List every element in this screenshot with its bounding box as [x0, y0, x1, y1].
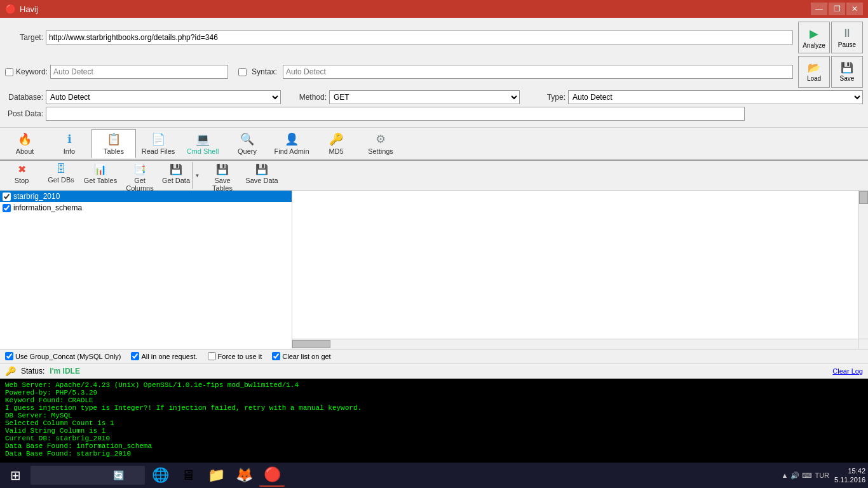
db-name-information-schema: information_schema [13, 203, 82, 212]
sys-tray: ▲ 🔊 ⌨ TUR [782, 471, 830, 480]
right-panel-hscroll[interactable] [292, 339, 868, 349]
database-select[interactable]: Auto Detect MySQL MSSQL Oracle PostgreSQ… [46, 90, 281, 104]
save-button[interactable]: 💾 Save [831, 56, 863, 88]
get-tables-button[interactable]: 📊 Get Tables [81, 162, 119, 189]
pause-label: Pause [838, 41, 856, 48]
settings-label: Settings [368, 147, 393, 155]
cmd-shell-label: Cmd Shell [187, 147, 219, 155]
refresh-icon[interactable]: 🔄 [113, 470, 124, 480]
firefox-icon: 🦊 [236, 467, 253, 484]
clock: 15:42 5.11.2016 [834, 466, 865, 485]
title-bar-icon: 🔴 [5, 4, 16, 14]
save-data-icon: 💾 [255, 163, 268, 175]
scroll-corner [858, 339, 868, 349]
force-checkbox[interactable] [208, 352, 216, 360]
tables-label: Tables [104, 147, 124, 155]
get-dbs-icon: 🗄 [56, 163, 66, 175]
pause-button[interactable]: ⏸ Pause [831, 22, 863, 53]
taskbar-search-input[interactable] [34, 471, 111, 480]
all-in-one-checkbox[interactable] [131, 352, 139, 360]
stop-button[interactable]: ✖ Stop [3, 162, 41, 189]
cmd-shell-icon: 💻 [196, 132, 210, 146]
group-concat-text: Use Group_Concat (MySQL Only) [15, 353, 121, 360]
taskbar-firefox[interactable]: 🦊 [231, 464, 257, 487]
minimize-button[interactable]: — [811, 3, 827, 15]
files-icon: 📁 [208, 467, 225, 484]
tray-keyboard[interactable]: ⌨ [802, 471, 812, 480]
toolbar: 🔥 About ℹ Info 📋 Tables 📄 Read Files 💻 C… [0, 128, 868, 161]
postdata-input[interactable] [46, 107, 745, 121]
about-button[interactable]: 🔥 About [3, 129, 47, 158]
about-label: About [16, 147, 34, 155]
query-icon: 🔍 [240, 132, 254, 146]
taskbar-remote[interactable]: 🖥 [175, 464, 201, 487]
info-icon: ℹ [67, 132, 72, 146]
info-button[interactable]: ℹ Info [47, 129, 92, 158]
db-checkbox-starbrig[interactable] [3, 193, 11, 201]
load-button[interactable]: 📂 Load [798, 56, 830, 88]
read-files-label: Read Files [142, 147, 175, 155]
remote-icon: 🖥 [181, 467, 195, 484]
clear-log-button[interactable]: Clear Log [832, 367, 863, 375]
get-data-dropdown[interactable]: ▼ [192, 162, 202, 189]
keyword-checkbox[interactable] [5, 68, 13, 76]
db-checkbox-information-schema[interactable] [3, 204, 11, 212]
all-in-one-label[interactable]: All in one request. [131, 352, 197, 360]
save-tables-button[interactable]: 💾 Save Tables [203, 162, 241, 189]
tray-arrow[interactable]: ▲ [782, 471, 789, 479]
clear-list-checkbox[interactable] [272, 352, 280, 360]
vscroll-thumb [859, 191, 868, 204]
md5-button[interactable]: 🔑 MD5 [314, 129, 358, 158]
method-label: Method: [288, 93, 327, 102]
havij-icon: 🔴 [264, 466, 281, 483]
group-concat-label[interactable]: Use Group_Concat (MySQL Only) [5, 352, 121, 360]
get-data-button[interactable]: 💾 Get Data [160, 162, 192, 189]
about-icon: 🔥 [18, 132, 32, 146]
folder-icon: 📂 [808, 62, 820, 74]
type-select[interactable]: Auto Detect Integer String [568, 90, 863, 104]
db-item-starbrig[interactable]: starbrig_2010 [0, 191, 292, 202]
right-panel [292, 191, 868, 349]
find-admin-button[interactable]: 👤 Find Admin [269, 129, 314, 158]
status-value: I'm IDLE [50, 367, 80, 376]
right-panel-vscroll[interactable] [858, 191, 868, 339]
group-concat-checkbox[interactable] [5, 352, 13, 360]
taskbar-chrome[interactable]: 🌐 [147, 464, 173, 487]
get-dbs-button[interactable]: 🗄 Get DBs [42, 162, 80, 189]
form-area: Target: ▶ Analyze ⏸ Pause Keyword: [0, 18, 868, 128]
restore-button[interactable]: ❐ [829, 3, 845, 15]
tray-speaker[interactable]: 🔊 [790, 471, 799, 480]
close-button[interactable]: ✕ [846, 3, 863, 15]
info-label: Info [64, 147, 75, 155]
cmd-shell-button[interactable]: 💻 Cmd Shell [180, 129, 225, 158]
clear-list-text: Clear list on get [282, 353, 330, 360]
clock-time: 15:42 [834, 466, 865, 475]
tables-button[interactable]: 📋 Tables [92, 129, 136, 158]
force-label[interactable]: Force to use it [208, 352, 262, 360]
get-columns-button[interactable]: 📑 Get Columns [121, 162, 159, 189]
keyword-input[interactable] [50, 65, 228, 79]
read-files-button[interactable]: 📄 Read Files [136, 129, 180, 158]
save-data-button[interactable]: 💾 Save Data [243, 162, 281, 189]
clock-date: 5.11.2016 [834, 475, 865, 484]
clear-list-label[interactable]: Clear list on get [272, 352, 330, 360]
query-button[interactable]: 🔍 Query [225, 129, 269, 158]
syntax-checkbox[interactable] [238, 68, 247, 76]
taskbar-files[interactable]: 📁 [203, 464, 229, 487]
title-bar: 🔴 Havij — ❐ ✕ [0, 0, 868, 18]
target-row: Target: ▶ Analyze ⏸ Pause [5, 22, 863, 53]
start-button[interactable]: ⊞ [3, 464, 28, 487]
save-tables-icon: 💾 [216, 163, 229, 175]
taskbar-havij[interactable]: 🔴 [259, 464, 285, 487]
syntax-input[interactable] [283, 65, 793, 79]
query-label: Query [238, 147, 257, 155]
save-tables-label: Save Tables [205, 177, 240, 192]
target-input[interactable] [46, 30, 793, 44]
search-bar[interactable]: 🔄 [31, 466, 145, 485]
method-select[interactable]: GET POST [329, 90, 520, 104]
db-item-information-schema[interactable]: information_schema [0, 202, 292, 214]
analyze-button[interactable]: ▶ Analyze [798, 22, 830, 53]
log-area: Web Server: Apache/2.4.23 (Unix) OpenSSL… [0, 379, 868, 468]
settings-button[interactable]: ⚙ Settings [358, 129, 403, 158]
tray-language: TUR [815, 471, 829, 479]
